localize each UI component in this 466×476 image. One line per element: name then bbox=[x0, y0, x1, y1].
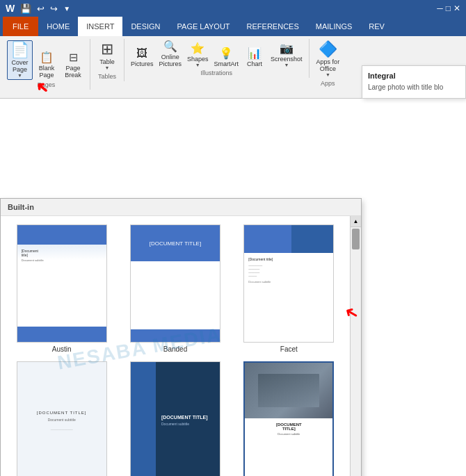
scroll-track bbox=[351, 227, 361, 476]
table-dropdown-arrow: ▼ bbox=[105, 65, 110, 70]
pages-buttons: 📄 CoverPage ▼ 📋 BlankPage ⊟ PageBreak bbox=[7, 40, 86, 80]
tables-group-label: Tables bbox=[98, 73, 116, 80]
online-pictures-label: OnlinePictures bbox=[159, 54, 182, 67]
cover-dropdown: Built-in [Documenttitle] Document subtit… bbox=[0, 198, 362, 476]
cover-thumb-facet: [Document title] ———————————————— Docume… bbox=[243, 224, 334, 343]
title-bar: W 💾 ↩ ↪ ▼ ─ □ ✕ bbox=[0, 0, 466, 17]
shapes-icon: ⭐ bbox=[191, 43, 204, 54]
cover-item-facet[interactable]: [Document title] ———————————————— Docume… bbox=[236, 224, 342, 353]
tab-insert[interactable]: INSERT bbox=[78, 17, 122, 36]
tab-file[interactable]: FILE bbox=[3, 17, 38, 36]
cover-page-button[interactable]: 📄 CoverPage ▼ bbox=[7, 40, 33, 80]
ribbon-group-illustrations: 🖼 Pictures 🔍 OnlinePictures ⭐ Shapes ▼ 💡… bbox=[124, 39, 310, 78]
tab-mailings[interactable]: MAILINGS bbox=[307, 17, 361, 36]
shapes-dropdown-arrow: ▼ bbox=[195, 63, 200, 67]
cover-name-facet: Facet bbox=[280, 345, 298, 353]
illustrations-buttons: 🖼 Pictures 🔍 OnlinePictures ⭐ Shapes ▼ 💡… bbox=[129, 40, 305, 68]
apps-for-office-label: Apps forOffice bbox=[316, 58, 340, 72]
smartart-icon: 💡 bbox=[219, 48, 233, 59]
dropdown-scrollbar[interactable]: ▲ ▼ bbox=[350, 216, 361, 476]
cover-item-integral[interactable]: [DOCUMENTTITLE] Document subtitle Integr… bbox=[236, 361, 342, 476]
cover-page-label: CoverPage bbox=[11, 59, 28, 73]
page-break-label: PageBreak bbox=[65, 65, 81, 79]
table-button[interactable]: ⊞ Table ▼ bbox=[95, 40, 120, 72]
cover-name-austin: Austin bbox=[52, 345, 72, 353]
cover-name-banded: Banded bbox=[163, 345, 187, 353]
illustrations-group-label: Illustrations bbox=[201, 69, 233, 76]
save-icon[interactable]: 💾 bbox=[20, 3, 31, 14]
ribbon-tabs: FILE HOME INSERT DESIGN PAGE LAYOUT REFE… bbox=[0, 17, 466, 36]
ribbon-group-apps: 🔷 Apps forOffice ▼ Apps bbox=[310, 39, 347, 88]
info-panel-title: Integral bbox=[368, 72, 460, 80]
apps-dropdown-arrow: ▼ bbox=[326, 72, 330, 77]
shapes-button[interactable]: ⭐ Shapes ▼ bbox=[185, 42, 211, 68]
tab-references[interactable]: REFERENCES bbox=[239, 17, 307, 36]
scroll-thumb[interactable] bbox=[352, 229, 360, 249]
redo-icon[interactable]: ↪ bbox=[50, 3, 58, 14]
customize-icon[interactable]: ▼ bbox=[63, 5, 70, 13]
cover-grid-container: [Documenttitle] Document subtitle Austin… bbox=[1, 216, 361, 476]
shapes-label: Shapes bbox=[187, 56, 209, 63]
online-pictures-button[interactable]: 🔍 OnlinePictures bbox=[157, 40, 184, 68]
smartart-button[interactable]: 💡 SmartArt bbox=[212, 47, 241, 68]
cover-thumb-integral: [DOCUMENTTITLE] Document subtitle bbox=[243, 361, 334, 476]
cover-thumb-grid: [DOCUMENT TITLE] Document subtitle bbox=[130, 361, 220, 476]
tab-page-layout[interactable]: PAGE LAYOUT bbox=[169, 17, 239, 36]
cover-page-icon: 📄 bbox=[10, 42, 29, 58]
cover-item-banded[interactable]: [DOCUMENT TITLE] Banded bbox=[122, 224, 227, 353]
tables-buttons: ⊞ Table ▼ bbox=[95, 40, 120, 72]
cover-thumb-filigree: [DOCUMENT TITLE] Document subtitle —————… bbox=[17, 361, 107, 476]
screenshot-dropdown-arrow: ▼ bbox=[284, 63, 289, 67]
screenshot-label: Screenshot bbox=[271, 56, 303, 63]
pictures-button[interactable]: 🖼 Pictures bbox=[129, 47, 156, 68]
cover-page-dropdown-arrow: ▼ bbox=[17, 73, 22, 78]
online-pictures-icon: 🔍 bbox=[163, 41, 177, 52]
page-break-icon: ⊟ bbox=[69, 52, 78, 63]
page-break-button[interactable]: ⊟ PageBreak bbox=[61, 51, 86, 80]
cover-item-filigree[interactable]: [DOCUMENT TITLE] Document subtitle —————… bbox=[9, 361, 114, 476]
apps-group-label: Apps bbox=[321, 80, 335, 87]
tab-home[interactable]: HOME bbox=[38, 17, 78, 36]
apps-for-office-button[interactable]: 🔷 Apps forOffice ▼ bbox=[314, 40, 343, 79]
info-panel-description: Large photo with title blo bbox=[368, 83, 460, 92]
close-button[interactable]: ✕ bbox=[453, 3, 460, 13]
chart-button[interactable]: 📊 Chart bbox=[242, 47, 267, 68]
tab-design[interactable]: DESIGN bbox=[122, 17, 168, 36]
screenshot-button[interactable]: 📷 Screenshot ▼ bbox=[268, 42, 305, 68]
undo-icon[interactable]: ↩ bbox=[37, 3, 45, 14]
minimize-button[interactable]: ─ bbox=[437, 3, 443, 13]
pages-group-label: Pages bbox=[38, 81, 56, 88]
tab-rev[interactable]: REV bbox=[360, 17, 393, 36]
screenshot-icon: 📷 bbox=[280, 43, 294, 54]
ribbon-group-tables: ⊞ Table ▼ Tables bbox=[90, 39, 124, 81]
maximize-button[interactable]: □ bbox=[446, 3, 451, 13]
info-panel: Integral Large photo with title blo bbox=[362, 65, 466, 99]
chart-label: Chart bbox=[247, 60, 262, 67]
smartart-label: SmartArt bbox=[214, 60, 239, 67]
apps-for-office-icon: 🔷 bbox=[319, 42, 337, 57]
dropdown-section-header: Built-in bbox=[1, 199, 361, 216]
table-label: Table bbox=[99, 58, 115, 65]
chart-icon: 📊 bbox=[248, 48, 262, 59]
cover-item-grid[interactable]: [DOCUMENT TITLE] Document subtitle Grid bbox=[122, 361, 227, 476]
window-controls: ─ □ ✕ bbox=[437, 3, 460, 13]
ribbon-group-pages: 📄 CoverPage ▼ 📋 BlankPage ⊟ PageBreak Pa… bbox=[3, 39, 90, 90]
table-icon: ⊞ bbox=[101, 42, 113, 57]
scroll-up-button[interactable]: ▲ bbox=[351, 216, 361, 227]
pictures-label: Pictures bbox=[131, 60, 154, 67]
cover-thumb-austin: [Documenttitle] Document subtitle bbox=[17, 224, 107, 343]
blank-page-label: BlankPage bbox=[39, 65, 55, 79]
pictures-icon: 🖼 bbox=[136, 48, 147, 59]
blank-page-icon: 📋 bbox=[40, 52, 54, 63]
word-logo-icon: W bbox=[6, 3, 15, 14]
blank-page-button[interactable]: 📋 BlankPage bbox=[34, 51, 59, 80]
cover-thumb-banded: [DOCUMENT TITLE] bbox=[130, 224, 220, 343]
cover-item-austin[interactable]: [Documenttitle] Document subtitle Austin bbox=[9, 224, 114, 353]
apps-buttons: 🔷 Apps forOffice ▼ bbox=[314, 40, 343, 79]
cover-grid: [Documenttitle] Document subtitle Austin… bbox=[1, 216, 350, 476]
